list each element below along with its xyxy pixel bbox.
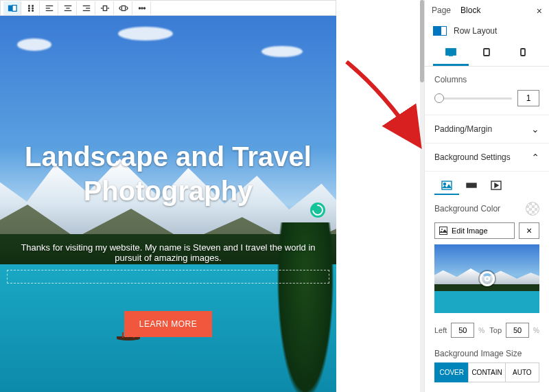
- svg-point-5: [32, 8, 33, 9]
- svg-point-22: [141, 7, 142, 8]
- svg-rect-28: [442, 181, 452, 189]
- block-type-label: Row Layout: [454, 26, 497, 36]
- toolbar-align-center[interactable]: [59, 1, 77, 15]
- chevron-down-icon: ⌄: [531, 124, 539, 135]
- toolbar-block-type[interactable]: [3, 1, 21, 15]
- bg-image-size-label: Background Image Size: [425, 346, 549, 362]
- hero-subtitle[interactable]: Thanks for visiting my website. My name …: [7, 242, 329, 263]
- background-color-label: Background Color: [434, 204, 500, 214]
- position-top-input[interactable]: [506, 323, 529, 338]
- svg-point-29: [444, 183, 446, 185]
- columns-label: Columns: [434, 75, 539, 84]
- toolbar-align-right[interactable]: [78, 1, 95, 15]
- accordion-label: Padding/Margin: [434, 124, 492, 134]
- position-left-label: Left: [434, 326, 447, 334]
- svg-point-7: [32, 10, 33, 11]
- bg-type-gradient[interactable]: [459, 177, 484, 195]
- edit-image-button[interactable]: Edit Image: [434, 222, 515, 239]
- columns-slider[interactable]: [434, 97, 512, 100]
- edit-image-label: Edit Image: [452, 227, 488, 235]
- background-color-swatch[interactable]: [526, 202, 539, 216]
- columns-input[interactable]: [517, 90, 539, 106]
- svg-rect-20: [121, 5, 125, 10]
- toolbar-more-icon[interactable]: [133, 1, 151, 15]
- close-sidebar-icon[interactable]: ×: [537, 5, 542, 19]
- svg-point-33: [441, 229, 443, 230]
- tab-page[interactable]: Page: [432, 5, 451, 19]
- image-icon: [439, 227, 447, 235]
- svg-point-21: [139, 7, 140, 8]
- position-top-label: Top: [489, 326, 502, 334]
- toolbar-drag[interactable]: [22, 1, 40, 15]
- bg-size-cover[interactable]: COVER: [434, 362, 469, 382]
- chevron-up-icon: ⌄: [531, 152, 539, 163]
- svg-point-23: [143, 7, 145, 8]
- block-toolbar: [0, 0, 336, 16]
- svg-rect-24: [446, 49, 456, 55]
- svg-rect-27: [521, 49, 525, 56]
- background-image-thumbnail[interactable]: [434, 244, 539, 313]
- svg-point-3: [32, 5, 33, 6]
- position-left-input[interactable]: [451, 323, 474, 338]
- accordion-label: Background Settings: [434, 152, 511, 162]
- hero-title[interactable]: Landscape and Travel Photography: [7, 139, 329, 208]
- svg-point-4: [28, 8, 30, 9]
- bg-size-auto[interactable]: AUTO: [505, 362, 539, 382]
- accordion-padding-margin[interactable]: Padding/Margin ⌄: [425, 115, 549, 143]
- tab-block[interactable]: Block: [460, 5, 480, 19]
- remove-image-button[interactable]: ×: [519, 222, 539, 239]
- device-mobile[interactable]: [505, 43, 541, 66]
- grammarly-icon[interactable]: [310, 203, 325, 218]
- bg-type-video[interactable]: [484, 177, 509, 195]
- toolbar-align-left[interactable]: [40, 1, 58, 15]
- svg-rect-26: [484, 49, 489, 56]
- row-layout-icon: [433, 26, 447, 36]
- svg-rect-1: [12, 5, 16, 11]
- svg-rect-19: [103, 5, 106, 10]
- svg-point-6: [28, 10, 30, 11]
- bg-size-contain[interactable]: CONTAIN: [468, 362, 505, 382]
- svg-rect-32: [440, 227, 447, 235]
- settings-sidebar: Page Block × Row Layout Columns Padding/…: [424, 0, 549, 392]
- empty-block-placeholder[interactable]: [7, 270, 329, 284]
- device-desktop[interactable]: [433, 43, 469, 66]
- focal-point-picker[interactable]: [480, 271, 495, 286]
- annotation-arrow: [336, 51, 432, 154]
- device-tablet[interactable]: [469, 43, 504, 66]
- accordion-background-settings[interactable]: Background Settings ⌄: [425, 143, 549, 172]
- svg-rect-30: [467, 183, 476, 187]
- bg-type-image[interactable]: [434, 177, 459, 195]
- learn-more-button[interactable]: LEARN MORE: [124, 311, 212, 337]
- toolbar-wide-width[interactable]: [96, 1, 114, 15]
- svg-point-2: [28, 5, 30, 6]
- toolbar-full-width[interactable]: [115, 1, 132, 15]
- hero-block[interactable]: Landscape and Travel Photography Thanks …: [0, 16, 336, 392]
